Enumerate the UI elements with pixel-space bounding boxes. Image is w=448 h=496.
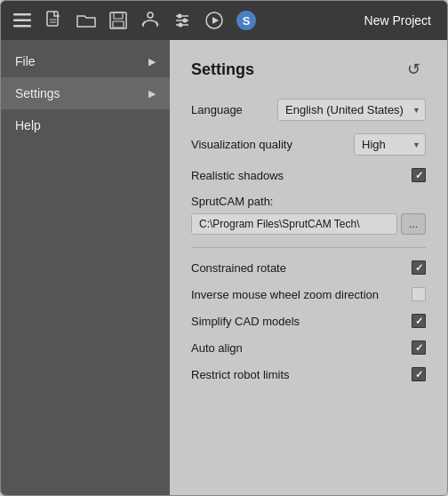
realistic-shadows-row: Realistic shadows — [191, 168, 426, 182]
menu-file-label: File — [15, 54, 36, 68]
menu-settings-label: Settings — [15, 86, 60, 100]
language-select[interactable]: English (United States) Russian German F… — [277, 99, 426, 121]
simplify-cad-row: Simplify CAD models — [191, 314, 426, 328]
language-setting-row: Language English (United States) Russian… — [191, 99, 426, 121]
svg-rect-3 — [47, 12, 58, 26]
inverse-zoom-checkbox[interactable] — [412, 287, 426, 301]
menu-item-file[interactable]: File ▶ — [1, 45, 170, 77]
menu-item-settings[interactable]: Settings ▶ — [1, 77, 170, 109]
svg-rect-1 — [13, 20, 31, 22]
svg-rect-2 — [13, 25, 31, 28]
realistic-shadows-checkbox[interactable] — [412, 168, 426, 182]
inverse-zoom-label: Inverse mouse wheel zoom direction — [191, 288, 379, 301]
svg-rect-7 — [114, 12, 123, 19]
auto-align-row: Auto align — [191, 340, 426, 355]
folder-icon[interactable] — [74, 8, 99, 33]
viz-quality-select[interactable]: Low Medium High Ultra — [354, 133, 426, 156]
new-file-icon[interactable] — [42, 8, 67, 33]
settings-divider — [191, 247, 426, 248]
constrained-rotate-row: Constrained rotate — [191, 260, 426, 275]
svg-rect-8 — [113, 21, 124, 28]
titlebar: S New Project — [1, 1, 447, 40]
settings-header: Settings ↺ — [191, 58, 426, 81]
path-browse-button[interactable]: ... — [401, 213, 426, 235]
menu-file-arrow: ▶ — [148, 56, 156, 68]
path-input-row: ... — [191, 213, 426, 235]
language-label: Language — [191, 103, 243, 116]
menu-item-help[interactable]: Help — [1, 109, 170, 141]
sprutcam-path-label: SprutCAM path: — [191, 195, 426, 208]
svg-point-9 — [148, 12, 153, 18]
reset-button[interactable]: ↺ — [402, 58, 426, 81]
realistic-shadows-label: Realistic shadows — [191, 169, 284, 182]
svg-point-13 — [178, 14, 182, 19]
save-icon[interactable] — [106, 8, 131, 33]
simplify-cad-label: Simplify CAD models — [191, 315, 300, 328]
restrict-robot-checkbox[interactable] — [412, 367, 426, 381]
svg-marker-19 — [212, 17, 219, 24]
restrict-robot-label: Restrict robot limits — [191, 368, 290, 381]
dropdown-menu: File ▶ Settings ▶ Help — [1, 40, 170, 496]
svg-point-17 — [179, 23, 183, 28]
viz-quality-select-wrapper: Low Medium High Ultra — [354, 133, 426, 156]
restrict-robot-row: Restrict robot limits — [191, 367, 426, 381]
robot-icon[interactable] — [138, 8, 163, 33]
sprutcam-logo-icon[interactable]: S — [234, 8, 259, 33]
play-icon[interactable] — [202, 8, 227, 33]
sliders-icon[interactable] — [170, 8, 195, 33]
main-area: File ▶ Settings ▶ Help Settings ↺ Langua… — [1, 40, 447, 496]
constrained-rotate-label: Constrained rotate — [191, 261, 286, 275]
constrained-rotate-checkbox[interactable] — [412, 260, 426, 275]
auto-align-checkbox[interactable] — [412, 340, 426, 355]
sprutcam-path-input[interactable] — [191, 213, 397, 235]
hamburger-icon[interactable] — [10, 8, 35, 33]
settings-panel: Settings ↺ Language English (United Stat… — [170, 40, 447, 496]
language-select-wrapper: English (United States) Russian German F… — [277, 99, 426, 121]
sprutcam-path-row: SprutCAM path: ... — [191, 195, 426, 235]
simplify-cad-checkbox[interactable] — [412, 314, 426, 328]
settings-title: Settings — [191, 60, 254, 79]
viz-quality-label: Visualization quality — [191, 138, 292, 151]
menu-settings-arrow: ▶ — [148, 88, 156, 100]
svg-point-15 — [183, 19, 188, 23]
svg-rect-0 — [13, 13, 31, 16]
viz-quality-setting-row: Visualization quality Low Medium High Ul… — [191, 133, 426, 156]
menu-help-label: Help — [15, 118, 41, 132]
auto-align-label: Auto align — [191, 341, 243, 355]
svg-text:S: S — [243, 14, 251, 28]
window-title: New Project — [364, 13, 431, 28]
inverse-zoom-row: Inverse mouse wheel zoom direction — [191, 287, 426, 301]
